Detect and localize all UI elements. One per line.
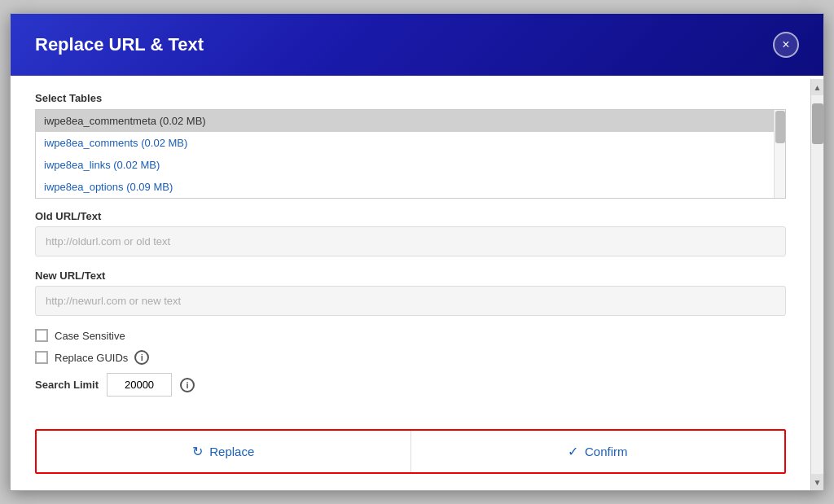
search-limit-label: Search Limit xyxy=(35,379,99,391)
list-item[interactable]: iwpe8ea_options (0.09 MB) xyxy=(36,176,785,198)
scroll-up-arrow[interactable]: ▲ xyxy=(811,79,823,95)
search-limit-row: Search Limit i xyxy=(35,373,786,397)
case-sensitive-row: Case Sensitive xyxy=(35,329,786,342)
replace-guids-checkbox[interactable] xyxy=(35,351,48,364)
scroll-track xyxy=(811,95,823,474)
confirm-icon: ✓ xyxy=(568,444,578,459)
list-item[interactable]: iwpe8ea_comments (0.02 MB) xyxy=(36,132,785,154)
replace-guids-info-icon[interactable]: i xyxy=(134,350,149,365)
replace-guids-label: Replace GUIDs xyxy=(55,352,128,364)
select-tables-label: Select Tables xyxy=(35,92,786,104)
action-buttons-row: ↻ Replace ✓ Confirm xyxy=(35,429,786,474)
dialog-scrollbar[interactable]: ▲ ▼ xyxy=(810,79,823,490)
dialog-footer: ↻ Replace ✓ Confirm xyxy=(11,429,823,490)
close-button[interactable]: × xyxy=(773,32,799,58)
list-item[interactable]: iwpe8ea_commentmeta (0.02 MB) xyxy=(36,110,785,132)
dialog-header: Replace URL & Text × xyxy=(11,14,823,76)
search-limit-input[interactable] xyxy=(107,373,172,397)
list-scrollbar-thumb xyxy=(775,111,785,143)
list-scrollbar[interactable] xyxy=(774,110,785,198)
scroll-thumb xyxy=(812,103,823,144)
case-sensitive-label: Case Sensitive xyxy=(55,330,125,342)
table-list-inner: iwpe8ea_commentmeta (0.02 MB) iwpe8ea_co… xyxy=(36,110,785,198)
old-url-label: Old URL/Text xyxy=(35,210,786,222)
table-listbox[interactable]: iwpe8ea_commentmeta (0.02 MB) iwpe8ea_co… xyxy=(35,109,786,199)
replace-label: Replace xyxy=(209,445,254,458)
case-sensitive-checkbox[interactable] xyxy=(35,329,48,342)
old-url-input[interactable] xyxy=(35,226,786,256)
replace-icon: ↻ xyxy=(192,444,203,459)
list-item[interactable]: iwpe8ea_links (0.02 MB) xyxy=(36,154,785,176)
replace-url-dialog: Replace URL & Text × Select Tables iwpe8… xyxy=(10,13,824,491)
scroll-down-arrow[interactable]: ▼ xyxy=(811,474,823,490)
dialog-body: Select Tables iwpe8ea_commentmeta (0.02 … xyxy=(11,76,823,429)
new-url-input[interactable] xyxy=(35,286,786,316)
replace-button[interactable]: ↻ Replace xyxy=(37,431,411,472)
dialog-title: Replace URL & Text xyxy=(35,34,204,55)
confirm-label: Confirm xyxy=(585,445,628,458)
new-url-label: New URL/Text xyxy=(35,270,786,282)
confirm-button[interactable]: ✓ Confirm xyxy=(411,431,785,472)
search-limit-info-icon[interactable]: i xyxy=(180,378,195,392)
replace-guids-row: Replace GUIDs i xyxy=(35,350,786,365)
